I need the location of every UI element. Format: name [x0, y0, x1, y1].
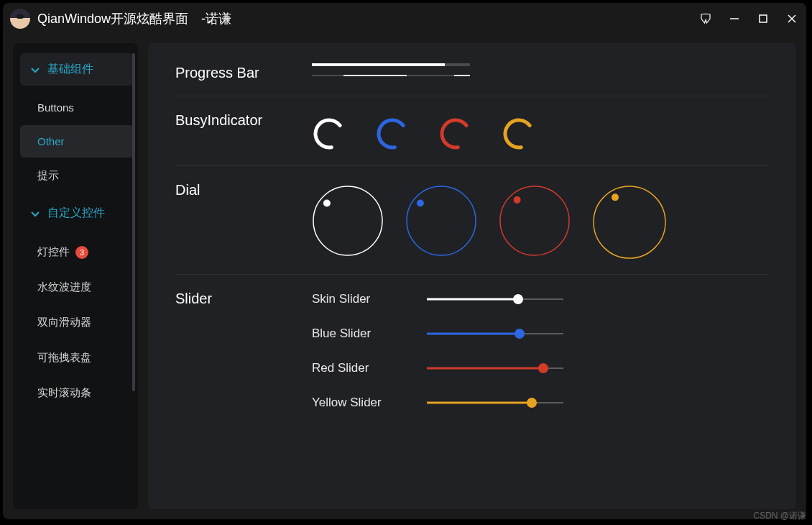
sidebar-group-label: 基础组件 — [47, 62, 93, 77]
minimize-icon[interactable] — [727, 12, 742, 26]
sidebar-item-live-scroll[interactable]: 实时滚动条 — [20, 376, 134, 410]
slider-thumb[interactable] — [527, 398, 537, 408]
slider-thumb[interactable] — [513, 294, 523, 304]
theme-icon[interactable] — [698, 12, 713, 26]
slider-label: Skin Slider — [312, 292, 405, 306]
sidebar-item-label: 灯控件 — [37, 245, 70, 259]
sidebar: 基础组件 Buttons Other 提示 自定义控件 灯控件 3 水纹波进度 — [13, 43, 138, 509]
sidebar-item-ripple[interactable]: 水纹波进度 — [20, 270, 134, 304]
progress-fill — [312, 63, 445, 66]
sidebar-item-other[interactable]: Other — [20, 125, 134, 158]
dial[interactable] — [499, 185, 571, 260]
slider-row: Yellow Slider — [312, 396, 769, 410]
titlebar: QianWindow开源炫酷界面 -诺谦 — [3, 3, 806, 35]
svg-point-7 — [503, 118, 535, 150]
app-title: QianWindow开源炫酷界面 — [37, 10, 188, 27]
slider-row: Red Slider — [312, 361, 769, 375]
sidebar-item-label: 实时滚动条 — [37, 386, 91, 400]
sidebar-scroll-thumb[interactable] — [132, 53, 135, 391]
sidebar-item-label: 提示 — [37, 169, 59, 183]
svg-rect-1 — [760, 15, 767, 22]
busy-indicator — [375, 117, 410, 151]
slider-row: Blue Slider — [312, 327, 769, 341]
slider-row: Skin Slider — [312, 292, 769, 306]
svg-point-14 — [594, 186, 665, 258]
chevron-down-icon — [30, 209, 40, 219]
slider-label: Yellow Slider — [312, 396, 405, 410]
app-subtitle: -诺谦 — [201, 10, 231, 27]
busy-indicator — [502, 117, 536, 151]
sidebar-item-label: Buttons — [37, 101, 74, 114]
progress-segment — [454, 75, 470, 76]
section-title-slider: Slider — [175, 289, 312, 410]
badge: 3 — [75, 246, 88, 259]
app-avatar — [10, 9, 30, 29]
sidebar-item-label: 水纹波进度 — [37, 280, 91, 294]
svg-point-11 — [417, 200, 424, 207]
slider-thumb[interactable] — [515, 329, 525, 339]
busy-indicator — [312, 117, 346, 151]
dial[interactable] — [592, 185, 667, 260]
window-controls — [698, 12, 799, 26]
maximize-icon[interactable] — [756, 12, 770, 26]
svg-point-8 — [313, 186, 382, 255]
sidebar-item-label: 可拖拽表盘 — [37, 351, 91, 365]
slider-label: Red Slider — [312, 361, 405, 375]
slider-thumb[interactable] — [538, 363, 548, 373]
progress-segment — [343, 75, 407, 76]
chevron-down-icon — [30, 65, 40, 75]
close-icon[interactable] — [785, 12, 799, 26]
svg-point-10 — [407, 186, 476, 255]
progress-bar-2 — [312, 75, 470, 76]
dial[interactable] — [312, 185, 384, 260]
progress-bar-1 — [312, 63, 470, 66]
sidebar-group-label: 自定义控件 — [47, 206, 105, 221]
section-title-busy: BusyIndicator — [175, 111, 312, 151]
slider[interactable] — [427, 362, 563, 374]
sidebar-item-range-slider[interactable]: 双向滑动器 — [20, 306, 134, 339]
busy-indicator — [438, 117, 473, 151]
sidebar-item-buttons[interactable]: Buttons — [20, 91, 134, 124]
main-panel: Progress Bar BusyIndicator — [148, 43, 796, 509]
sidebar-item-drag-dial[interactable]: 可拖拽表盘 — [20, 341, 134, 375]
svg-point-12 — [500, 186, 569, 255]
slider[interactable] — [427, 293, 563, 305]
svg-point-9 — [323, 200, 331, 207]
svg-point-15 — [612, 193, 619, 201]
section-title-dial: Dial — [175, 181, 312, 260]
section-title-progress: Progress Bar — [175, 63, 312, 81]
svg-point-5 — [377, 118, 408, 150]
slider[interactable] — [427, 397, 563, 408]
slider[interactable] — [427, 328, 563, 339]
sidebar-item-light[interactable]: 灯控件 3 — [20, 235, 134, 269]
sidebar-scrollbar[interactable] — [132, 53, 135, 406]
svg-point-13 — [514, 196, 521, 204]
slider-label: Blue Slider — [312, 327, 405, 341]
sidebar-group-custom[interactable]: 自定义控件 — [20, 197, 134, 229]
svg-point-6 — [440, 118, 471, 150]
dial[interactable] — [405, 185, 477, 260]
sidebar-item-label: 双向滑动器 — [37, 316, 91, 329]
watermark: CSDN @诺谦 — [753, 510, 806, 522]
svg-point-4 — [313, 118, 345, 150]
sidebar-item-label: Other — [37, 135, 65, 147]
sidebar-item-tips[interactable]: 提示 — [20, 159, 134, 193]
sidebar-group-basic[interactable]: 基础组件 — [20, 53, 134, 86]
